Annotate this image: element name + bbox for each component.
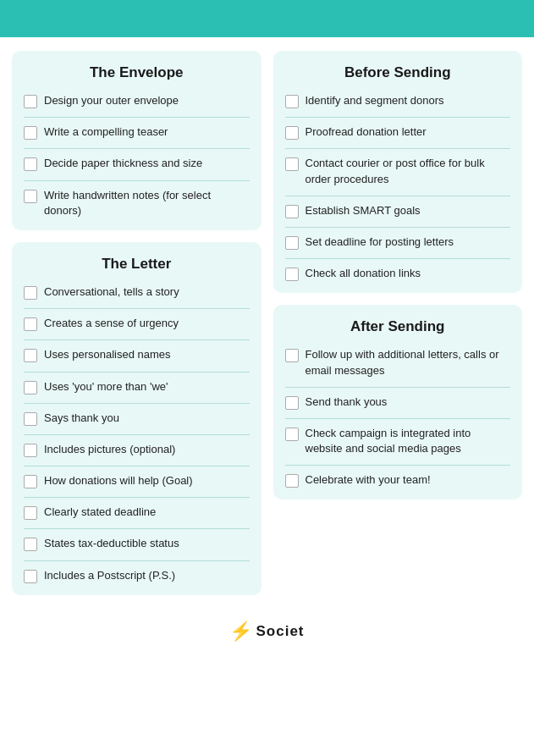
checkbox[interactable] <box>285 157 299 171</box>
item-label: Includes pictures (optional) <box>44 442 250 457</box>
list-item: Contact courier or post office for bulk … <box>285 156 511 186</box>
list-item: Decide paper thickness and size <box>24 156 250 171</box>
checkbox[interactable] <box>24 157 37 171</box>
item-label: Proofread donation letter <box>306 124 511 140</box>
divider <box>285 227 511 228</box>
item-label: Identify and segment donors <box>306 93 511 108</box>
list-item: States tax-deductible status <box>24 536 250 551</box>
card-before-sending: Before SendingIdentify and segment donor… <box>273 51 523 293</box>
item-label: Clearly stated deadline <box>44 505 250 520</box>
divider <box>24 403 250 404</box>
list-item: Write a compelling teaser <box>24 124 250 140</box>
checkbox[interactable] <box>24 126 37 140</box>
checkbox[interactable] <box>285 236 299 250</box>
item-label: Celebrate with your team! <box>306 472 511 488</box>
checkbox[interactable] <box>24 570 37 583</box>
divider <box>24 148 250 149</box>
card-title-letter: The Letter <box>24 256 250 273</box>
card-after-sending: After SendingFollow up with additional l… <box>273 305 523 499</box>
checkbox[interactable] <box>24 349 37 362</box>
list-item: Set deadline for posting letters <box>285 235 511 250</box>
divider <box>24 117 250 118</box>
footer: ⚡ Societ <box>0 609 534 651</box>
item-label: Check campaign is integrated into websit… <box>306 426 511 456</box>
card-envelope: The EnvelopeDesign your outer envelopeWr… <box>12 51 261 230</box>
divider <box>285 258 511 259</box>
divider <box>24 308 250 309</box>
divider <box>285 418 511 419</box>
divider <box>24 372 250 372</box>
list-item: Includes a Postscript (P.S.) <box>24 568 250 583</box>
page-header <box>0 0 534 37</box>
divider <box>285 387 511 388</box>
logo-icon: ⚡ <box>229 621 252 643</box>
list-item: Says thank you <box>24 411 250 426</box>
divider <box>24 466 250 466</box>
list-item: Check campaign is integrated into websit… <box>285 426 511 456</box>
list-item: Includes pictures (optional) <box>24 442 250 457</box>
logo-text: Societ <box>256 623 304 640</box>
list-item: Uses personalised names <box>24 347 250 362</box>
item-label: States tax-deductible status <box>44 536 250 551</box>
left-column: The EnvelopeDesign your outer envelopeWr… <box>12 51 261 595</box>
list-item: Uses 'you' more than 'we' <box>24 379 250 395</box>
divider <box>285 196 511 196</box>
list-item: Proofread donation letter <box>285 124 511 140</box>
item-label: Uses personalised names <box>44 347 250 362</box>
divider <box>285 117 511 118</box>
item-label: Uses 'you' more than 'we' <box>44 379 250 395</box>
list-item: Establish SMART goals <box>285 203 511 218</box>
list-item: Creates a sense of urgency <box>24 316 250 331</box>
card-title-envelope: The Envelope <box>24 64 250 81</box>
checkbox[interactable] <box>24 190 37 203</box>
list-item: Design your outer envelope <box>24 93 250 108</box>
divider <box>24 528 250 529</box>
item-label: Send thank yous <box>306 395 511 410</box>
item-label: Write a compelling teaser <box>44 124 250 140</box>
item-label: Creates a sense of urgency <box>44 316 250 331</box>
checkbox[interactable] <box>285 268 299 281</box>
checkbox[interactable] <box>24 95 37 108</box>
checkbox[interactable] <box>24 286 37 300</box>
divider <box>24 497 250 498</box>
right-column: Before SendingIdentify and segment donor… <box>273 51 523 595</box>
checkbox[interactable] <box>285 205 299 218</box>
checkbox[interactable] <box>285 126 299 140</box>
checkbox[interactable] <box>285 396 299 410</box>
item-label: Establish SMART goals <box>306 203 511 218</box>
divider <box>285 148 511 149</box>
checkbox[interactable] <box>24 381 37 395</box>
item-label: Set deadline for posting letters <box>306 235 511 250</box>
item-label: Says thank you <box>44 411 250 426</box>
card-letter: The LetterConversational, tells a storyC… <box>12 242 261 595</box>
divider <box>24 180 250 181</box>
checkbox[interactable] <box>24 475 37 488</box>
card-title-before-sending: Before Sending <box>285 64 511 81</box>
logo: ⚡ Societ <box>229 621 304 643</box>
list-item: Write handwritten notes (for select dono… <box>24 188 250 218</box>
divider <box>24 339 250 340</box>
checkbox[interactable] <box>285 474 299 488</box>
page-wrapper: The EnvelopeDesign your outer envelopeWr… <box>0 0 534 651</box>
item-label: Design your outer envelope <box>44 93 250 108</box>
checkbox[interactable] <box>24 317 37 331</box>
list-item: Identify and segment donors <box>285 93 511 108</box>
checkbox[interactable] <box>285 95 299 108</box>
card-title-after-sending: After Sending <box>285 318 511 335</box>
checkbox[interactable] <box>24 412 37 426</box>
divider <box>285 465 511 466</box>
checkbox[interactable] <box>285 349 299 362</box>
checkbox[interactable] <box>24 506 37 520</box>
item-label: Write handwritten notes (for select dono… <box>44 188 250 218</box>
list-item: Clearly stated deadline <box>24 505 250 520</box>
checkbox[interactable] <box>24 444 37 457</box>
divider <box>24 434 250 435</box>
divider <box>24 560 250 561</box>
item-label: Contact courier or post office for bulk … <box>306 156 511 186</box>
checkbox[interactable] <box>24 538 37 551</box>
list-item: Celebrate with your team! <box>285 472 511 488</box>
checkbox[interactable] <box>285 428 299 441</box>
content-area: The EnvelopeDesign your outer envelopeWr… <box>0 37 534 609</box>
list-item: How donations will help (Goal) <box>24 473 250 488</box>
item-label: Follow up with additional letters, calls… <box>306 347 511 378</box>
